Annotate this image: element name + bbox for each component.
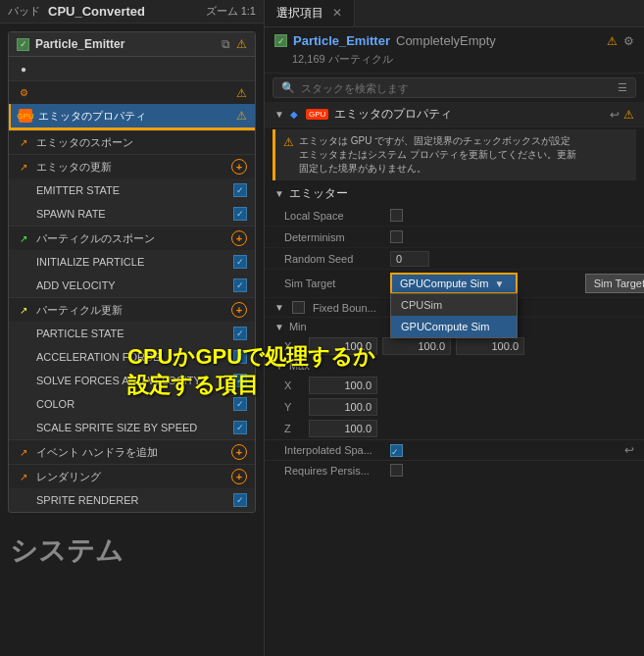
particle-count: 12,169 パーティクル	[292, 52, 634, 67]
max-z-input[interactable]	[309, 420, 377, 437]
sidebar-item-sprite-renderer[interactable]: SPRITE RENDERER ✓	[9, 488, 255, 512]
max-header: ▼ Max	[265, 357, 644, 375]
diamond-icon: ◆	[290, 109, 298, 120]
sidebar-item-emitter-spawn[interactable]: ↗ エミッタのスポーン	[9, 130, 255, 154]
stack-scroll[interactable]: ● ⚙ ⚠ GPU エミッタのプロパティ ⚠ ↗	[9, 57, 255, 512]
emitter-sub-header: ▼ エミッター	[265, 182, 644, 205]
undo-icon[interactable]: ↩	[610, 108, 619, 122]
section-warn-icon: ⚠	[623, 108, 634, 122]
max-y-label: Y	[284, 401, 304, 413]
sim-target-value: GPUCompute Sim	[400, 278, 488, 289]
emitter-update-label: エミッタの更新	[36, 160, 225, 175]
sim-target-tooltip: Sim Target	[585, 274, 644, 293]
random-seed-row: Random Seed 0	[265, 248, 644, 270]
sidebar-item-emitter-settings[interactable]: ⚙ ⚠	[9, 80, 255, 104]
sidebar-item-particle-spawn[interactable]: ↗ パーティクルのスポーン +	[9, 226, 255, 250]
local-space-checkbox[interactable]	[390, 209, 403, 222]
sidebar-item-color[interactable]: COLOR ✓	[9, 392, 255, 416]
init-particle-check[interactable]: ✓	[233, 255, 247, 269]
determinism-row: Determinism	[265, 227, 644, 248]
color-label: COLOR	[36, 398, 227, 410]
solve-forces-label: SOLVE FORCES AND VELOCITY	[36, 375, 227, 386]
add-velocity-check[interactable]: ✓	[233, 278, 247, 292]
emitter-state-check[interactable]: ✓	[233, 183, 247, 197]
interpolated-checkbox[interactable]: ✓	[390, 444, 403, 457]
sidebar-item-scale-sprite[interactable]: SCALE SPRITE SIZE BY SPEED ✓	[9, 416, 255, 439]
particle-spawn-add-icon[interactable]: +	[231, 230, 247, 246]
particle-state-check[interactable]: ✓	[233, 327, 247, 340]
max-z-label: Z	[284, 423, 304, 434]
max-y-input[interactable]	[309, 398, 377, 416]
dropdown-arrow-icon: ▼	[494, 278, 504, 289]
scale-sprite-check[interactable]: ✓	[233, 421, 247, 434]
prop-emitter-name: Particle_Emitter	[293, 33, 390, 48]
random-seed-value[interactable]: 0	[390, 251, 429, 267]
prop-gear-icon[interactable]: ⚙	[623, 34, 634, 48]
sidebar-item-event-handler[interactable]: ↗ イベント ハンドラを追加 +	[9, 439, 255, 464]
requires-persist-checkbox[interactable]	[390, 464, 403, 477]
determinism-checkbox[interactable]	[390, 230, 403, 243]
max-arrow[interactable]: ▼	[274, 361, 284, 372]
sprite-renderer-label: SPRITE RENDERER	[36, 494, 227, 506]
particle-state-label: PARTICLE STATE	[36, 328, 227, 339]
search-icon: 🔍	[281, 81, 295, 94]
tab-close-icon[interactable]: ✕	[332, 6, 342, 20]
color-check[interactable]: ✓	[233, 397, 247, 411]
particle-spawn-icon: ↗	[17, 231, 30, 245]
emitter-update-add-icon[interactable]: +	[231, 159, 247, 175]
particle-update-add-icon[interactable]: +	[231, 302, 247, 318]
prop-warn-icon: ⚠	[607, 34, 618, 48]
fixed-bounds-checkbox[interactable]	[292, 301, 305, 314]
interpolated-undo-icon[interactable]: ↩	[624, 443, 634, 457]
section-arrow[interactable]: ▼	[274, 109, 284, 120]
filter-icon[interactable]: ☰	[618, 81, 627, 94]
sidebar-item-init-particle[interactable]: INITIALIZE PARTICLE ✓	[9, 250, 255, 274]
sidebar-item-emitter-update[interactable]: ↗ エミッタの更新 +	[9, 154, 255, 178]
min-x-input[interactable]	[309, 337, 377, 355]
dropdown-item-gpu[interactable]: GPUCompute Sim	[391, 316, 517, 337]
left-panel: パッド CPU_Converted ズーム 1:1 ✓ Particle_Emi…	[0, 0, 265, 656]
dropdown-item-cpu[interactable]: CPUSim	[391, 294, 517, 316]
prop-check[interactable]: ✓	[274, 34, 287, 47]
section-gpu-icon: GPU	[306, 109, 328, 120]
max-y-row: Y	[265, 396, 644, 418]
min-y-input[interactable]	[382, 337, 451, 355]
rendering-add-icon[interactable]: +	[231, 469, 247, 484]
spawn-rate-check[interactable]: ✓	[233, 207, 247, 221]
sim-target-dropdown[interactable]: GPUCompute Sim ▼	[390, 273, 518, 294]
selection-tab[interactable]: 選択項目 ✕	[265, 0, 355, 26]
max-label: Max	[289, 360, 310, 372]
sidebar-item-rendering[interactable]: ↗ レンダリング +	[9, 464, 255, 488]
emitter-check[interactable]: ✓	[17, 38, 29, 51]
sidebar-item-emitter-state[interactable]: EMITTER STATE ✓	[9, 178, 255, 202]
pad-label: パッド	[8, 4, 40, 19]
props-warn-icon: ⚠	[236, 109, 247, 123]
section-title: エミッタのプロパティ	[334, 106, 604, 123]
emitter-node-header: ✓ Particle_Emitter ⧉ ⚠	[9, 32, 255, 57]
emitter-copy-icon[interactable]: ⧉	[222, 37, 230, 51]
prop-header: ✓ Particle_Emitter CompletelyEmpty ⚠ ⚙ 1…	[265, 27, 644, 74]
emitter-sub-arrow[interactable]: ▼	[274, 188, 284, 199]
sidebar-item-solve-forces[interactable]: SOLVE FORCES AND VELOCITY ✓	[9, 369, 255, 392]
fixed-bounds-arrow[interactable]: ▼	[274, 302, 284, 313]
solve-forces-check[interactable]: ✓	[233, 374, 247, 387]
particle-update-label: パーティクル更新	[36, 303, 225, 318]
sidebar-item-spawn-rate[interactable]: SPAWN RATE ✓	[9, 202, 255, 226]
sidebar-item-add-velocity[interactable]: ADD VELOCITY ✓	[9, 274, 255, 297]
left-header: パッド CPU_Converted ズーム 1:1	[0, 0, 264, 24]
accel-force-label: ACCELERATION FORCE	[36, 351, 227, 363]
sidebar-item-particle-state[interactable]: PARTICLE STATE ✓	[9, 322, 255, 345]
max-section: ▼ Max X Y Z	[265, 357, 644, 439]
max-x-input[interactable]	[309, 377, 377, 394]
search-input[interactable]	[301, 82, 612, 94]
accel-force-check[interactable]: ✓	[233, 350, 247, 364]
warn-icon: ⚠	[283, 134, 294, 151]
min-z-input[interactable]	[456, 337, 524, 355]
event-handler-add-icon[interactable]: +	[231, 444, 247, 460]
min-arrow[interactable]: ▼	[274, 322, 284, 332]
sidebar-item-accel-force[interactable]: ACCELERATION FORCE ✓	[9, 345, 255, 369]
sidebar-item-particle-update[interactable]: ↗ パーティクル更新 +	[9, 297, 255, 322]
emitter-warn-icon: ⚠	[236, 37, 247, 51]
sprite-renderer-check[interactable]: ✓	[233, 493, 247, 507]
sidebar-item-emitter-props[interactable]: GPU エミッタのプロパティ ⚠	[9, 104, 255, 127]
